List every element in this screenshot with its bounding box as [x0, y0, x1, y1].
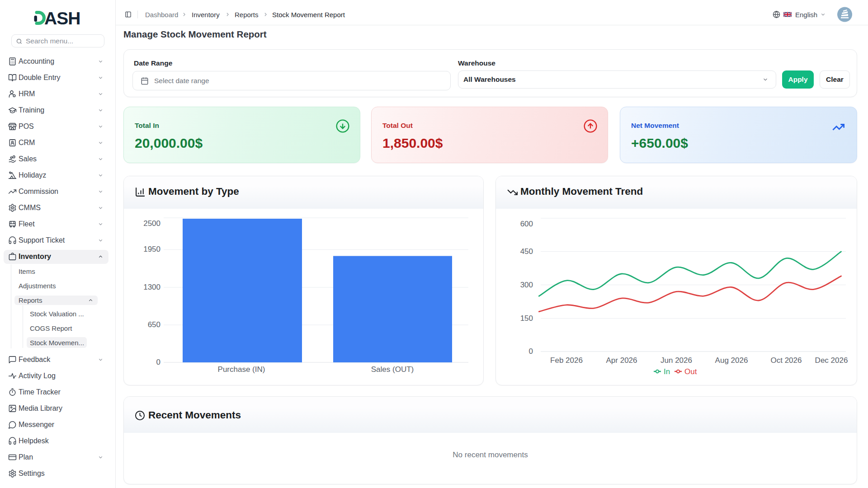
svg-text:ASH: ASH	[44, 9, 80, 28]
svg-text:Out: Out	[684, 367, 697, 375]
svg-text:In: In	[664, 367, 670, 375]
